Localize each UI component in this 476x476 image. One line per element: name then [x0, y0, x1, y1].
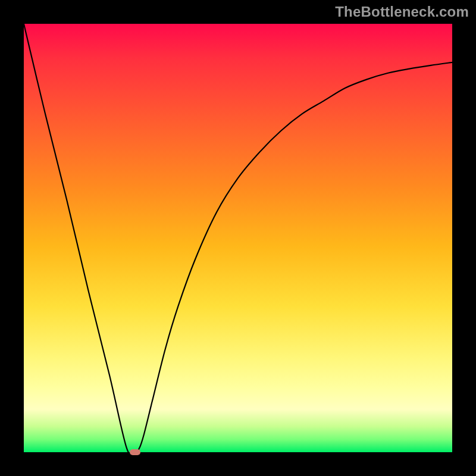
- plot-area: [24, 24, 452, 452]
- chart-frame: TheBottleneck.com: [0, 0, 476, 476]
- min-marker: [130, 449, 140, 455]
- curve-layer: [24, 24, 452, 452]
- bottleneck-curve: [24, 24, 452, 452]
- watermark-text: TheBottleneck.com: [335, 4, 469, 20]
